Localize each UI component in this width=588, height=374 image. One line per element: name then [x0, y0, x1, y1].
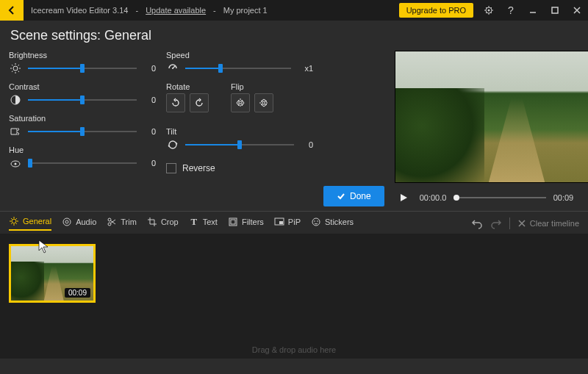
svg-rect-17: [279, 221, 283, 224]
hue-label: Hue: [9, 145, 156, 154]
saturation-icon: [9, 125, 22, 138]
saturation-value: 0: [143, 127, 156, 136]
app-title: Icecream Video Editor 3.14: [31, 6, 128, 15]
tilt-slider[interactable]: [185, 140, 294, 150]
flip-horizontal-button[interactable]: [231, 93, 250, 112]
contrast-slider[interactable]: [28, 95, 137, 105]
tab-text[interactable]: T Text: [189, 217, 218, 230]
speed-label: Speed: [166, 51, 313, 60]
maximize-icon[interactable]: [544, 0, 566, 21]
svg-point-9: [12, 219, 16, 223]
brightness-value: 0: [143, 64, 156, 73]
text-icon: T: [189, 217, 199, 227]
current-time: 00:00.0: [420, 193, 447, 202]
settings-icon[interactable]: [478, 0, 500, 21]
rotate-label: Rotate: [166, 82, 209, 91]
reverse-label: Reverse: [182, 163, 215, 173]
tab-crop[interactable]: Crop: [147, 217, 179, 230]
hue-icon: [9, 157, 22, 170]
svg-point-8: [172, 68, 173, 69]
redo-button[interactable]: [490, 217, 502, 229]
brightness-slider[interactable]: [28, 63, 137, 73]
pip-icon: [274, 217, 284, 227]
tilt-value: 0: [300, 140, 313, 149]
rotate-ccw-button[interactable]: [190, 93, 209, 112]
timeline-clip[interactable]: 00:09: [9, 244, 96, 303]
tab-filters[interactable]: Filters: [228, 217, 264, 230]
undo-button[interactable]: [471, 217, 483, 229]
page-title: Scene settings: General: [0, 21, 588, 48]
svg-rect-15: [231, 220, 235, 224]
tab-pip[interactable]: PiP: [274, 217, 301, 230]
help-icon[interactable]: ?: [500, 0, 522, 21]
svg-point-7: [15, 163, 17, 165]
flip-vertical-button[interactable]: [254, 93, 273, 112]
svg-point-20: [317, 220, 318, 222]
crop-icon: [147, 217, 157, 227]
done-button[interactable]: Done: [323, 186, 384, 206]
timeline[interactable]: 00:09 Drag & drop audio here: [0, 234, 588, 359]
speed-icon: [166, 62, 179, 75]
clip-duration: 00:09: [65, 288, 90, 298]
scissors-icon: [107, 217, 117, 227]
tilt-label: Tilt: [166, 127, 313, 136]
close-icon[interactable]: [566, 0, 588, 21]
scrub-slider[interactable]: [453, 193, 545, 202]
back-button[interactable]: [0, 0, 24, 21]
svg-point-11: [65, 220, 68, 223]
tab-audio[interactable]: Audio: [62, 217, 96, 230]
flip-label: Flip: [231, 82, 273, 91]
svg-point-1: [488, 10, 490, 12]
project-name: My project 1: [223, 6, 268, 15]
minimize-icon[interactable]: [522, 0, 544, 21]
svg-point-10: [63, 218, 71, 226]
hue-value: 0: [143, 159, 156, 168]
contrast-icon: [9, 93, 22, 107]
filters-icon: [228, 217, 238, 227]
contrast-value: 0: [143, 96, 156, 104]
svg-point-19: [314, 220, 315, 222]
brightness-icon: [9, 62, 22, 75]
svg-rect-3: [552, 7, 558, 13]
play-button[interactable]: [395, 189, 412, 206]
brightness-label: Brightness: [9, 51, 156, 60]
speed-slider[interactable]: [185, 63, 291, 73]
preview-image: [395, 51, 588, 183]
tilt-icon: [166, 138, 179, 151]
tab-trim[interactable]: Trim: [107, 217, 137, 230]
svg-point-4: [13, 66, 18, 71]
tab-general[interactable]: General: [9, 216, 51, 231]
saturation-slider[interactable]: [28, 126, 137, 137]
speed-value: x1: [297, 64, 313, 73]
clear-timeline-button[interactable]: Clear timeline: [517, 219, 579, 228]
saturation-label: Saturation: [9, 114, 156, 123]
tab-stickers[interactable]: Stickers: [311, 217, 354, 230]
hue-slider[interactable]: [28, 158, 137, 168]
rotate-cw-button[interactable]: [166, 93, 185, 112]
sticker-icon: [311, 217, 321, 227]
drag-hint: Drag & drop audio here: [252, 345, 336, 354]
update-link[interactable]: Update available: [146, 6, 206, 15]
svg-point-18: [312, 218, 320, 226]
contrast-label: Contrast: [9, 82, 156, 91]
upgrade-button[interactable]: Upgrade to PRO: [399, 3, 473, 18]
duration-time: 00:09: [553, 193, 580, 202]
gear-icon: [9, 216, 19, 226]
reverse-checkbox[interactable]: [166, 163, 176, 173]
audio-icon: [62, 217, 72, 227]
